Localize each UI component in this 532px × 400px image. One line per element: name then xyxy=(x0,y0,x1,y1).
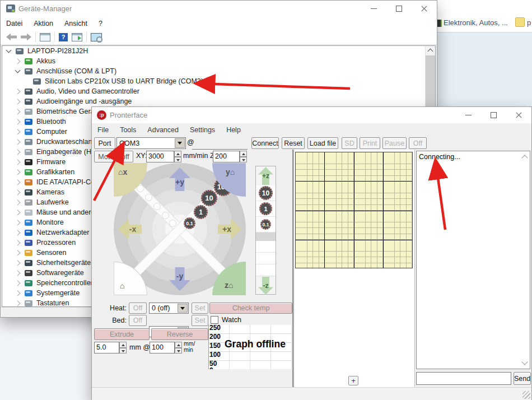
scroll-up-icon[interactable] xyxy=(521,155,528,161)
command-input[interactable] xyxy=(416,372,511,385)
chevron-icon[interactable] xyxy=(15,129,21,134)
heat-off-button[interactable]: Off xyxy=(129,303,147,314)
chevron-icon[interactable] xyxy=(15,58,21,64)
build-plate-grid[interactable] xyxy=(295,152,413,268)
port-select[interactable]: COM3 xyxy=(116,137,186,149)
check-temp-button[interactable]: Check temp xyxy=(209,303,292,314)
z-step-0.1-button[interactable]: 0.1 xyxy=(260,219,271,230)
extrude-length-input[interactable]: 5.0 xyxy=(94,342,119,354)
scan-devices-icon[interactable] xyxy=(91,33,102,41)
menu-help[interactable]: Help xyxy=(221,126,246,134)
bed-off-button[interactable]: Off xyxy=(129,315,147,326)
jog-step-10-button[interactable]: 10 xyxy=(201,190,217,206)
heat-set-button[interactable]: Set xyxy=(192,303,208,314)
z-step-1-button[interactable]: 1 xyxy=(259,202,272,215)
chevron-icon[interactable] xyxy=(15,169,21,175)
chevron-icon[interactable] xyxy=(15,280,21,286)
jog-minus-z-button[interactable]: -z xyxy=(256,276,276,295)
jog-step-0.1-button[interactable]: 0.1 xyxy=(184,217,195,229)
watch-checkbox[interactable] xyxy=(211,316,218,324)
z-feed-input[interactable]: 200 xyxy=(213,151,240,162)
chevron-icon[interactable] xyxy=(15,199,21,205)
chevron-icon[interactable] xyxy=(15,119,21,124)
chevron-icon[interactable] xyxy=(15,240,21,245)
chevron-icon[interactable] xyxy=(15,189,21,195)
chevron-icon[interactable] xyxy=(15,139,21,145)
bed-set-button[interactable]: Set xyxy=(192,315,208,326)
menu-hilfe[interactable]: ? xyxy=(93,20,108,27)
menu-settings[interactable]: Settings xyxy=(184,126,221,134)
menu-datei[interactable]: Datei xyxy=(1,20,28,27)
extrude-speed-input[interactable]: 100 xyxy=(150,342,175,354)
menu-aktion[interactable]: Aktion xyxy=(28,20,59,27)
reverse-button[interactable]: Reverse xyxy=(151,328,208,340)
update-driver-icon[interactable] xyxy=(72,33,82,41)
back-icon[interactable] xyxy=(6,34,17,41)
pronterface-titlebar[interactable]: Pronterface xyxy=(92,107,531,123)
print-button[interactable]: Print xyxy=(360,137,380,149)
device-tree-item[interactable]: LAPTOP-PI281J2H xyxy=(2,46,435,56)
off-button[interactable]: Off xyxy=(409,137,427,149)
minimize-icon[interactable] xyxy=(361,1,386,17)
help-icon[interactable]: ? xyxy=(59,33,68,41)
log-output[interactable]: Connecting... xyxy=(416,151,530,369)
device-tree-item[interactable]: Akkus xyxy=(2,56,435,66)
jog-step-1-button[interactable]: 1 xyxy=(194,205,208,219)
dropdown-arrow-icon[interactable] xyxy=(175,138,185,148)
chevron-icon[interactable] xyxy=(15,270,21,276)
menu-tools[interactable]: Tools xyxy=(114,126,142,134)
load-file-button[interactable]: Load file xyxy=(307,137,338,149)
chevron-icon[interactable] xyxy=(15,290,21,296)
xy-feed-input[interactable]: 3000 xyxy=(146,151,174,162)
chevron-icon[interactable] xyxy=(15,179,21,185)
resize-grip[interactable] xyxy=(522,391,530,399)
bookmark-folder-label[interactable]: Elektronik, Autos, ... xyxy=(444,18,508,27)
forward-icon[interactable] xyxy=(21,34,31,41)
menu-advanced[interactable]: Advanced xyxy=(142,126,184,134)
sd-button[interactable]: SD xyxy=(342,137,357,149)
chevron-icon[interactable] xyxy=(15,300,21,306)
chevron-icon[interactable] xyxy=(15,159,21,165)
reset-button[interactable]: Reset xyxy=(282,137,305,149)
jog-pad[interactable]: +y -y -x +x 100 10 1 0.1 ⌂x y⌂ ⌂ z⌂ xyxy=(114,163,246,295)
device-tree-item[interactable]: Audio, Video und Gamecontroller xyxy=(2,86,435,96)
chevron-icon[interactable] xyxy=(6,48,12,53)
device-manager-titlebar[interactable]: Geräte-Manager xyxy=(1,1,437,17)
scroll-up-icon[interactable] xyxy=(428,49,433,54)
port-button[interactable]: Port xyxy=(94,137,115,149)
close-icon[interactable] xyxy=(506,107,531,123)
add-view-button[interactable]: + xyxy=(348,376,358,385)
connect-button[interactable]: Connect xyxy=(251,137,279,149)
device-tree-item[interactable]: Anschlüsse (COM & LPT) xyxy=(2,66,435,76)
bookmark-partial-label[interactable]: p xyxy=(527,18,531,27)
pause-button[interactable]: Pause xyxy=(382,137,407,149)
z-slider-track[interactable] xyxy=(256,232,276,241)
heat-temp-select[interactable]: 0 (off) xyxy=(149,303,189,314)
chevron-icon[interactable] xyxy=(15,68,21,73)
extrude-length-stepper[interactable] xyxy=(119,342,127,354)
chevron-icon[interactable] xyxy=(15,250,21,255)
chevron-icon[interactable] xyxy=(15,89,21,94)
list-window-icon[interactable] xyxy=(40,33,50,41)
motors-off-button[interactable]: Motors off xyxy=(94,151,133,162)
xy-feed-stepper[interactable] xyxy=(174,151,181,162)
device-tree-item[interactable]: Audioeingänge und -ausgänge xyxy=(2,96,435,106)
z-feed-stepper[interactable] xyxy=(240,151,247,162)
z-step-10-button[interactable]: 10 xyxy=(259,186,273,200)
maximize-icon[interactable] xyxy=(481,107,506,123)
device-tree-item[interactable]: Silicon Labs CP210x USB to UART Bridge (… xyxy=(2,76,435,86)
dropdown-arrow-icon[interactable] xyxy=(178,304,188,313)
chevron-icon[interactable] xyxy=(15,220,21,225)
extrude-speed-stepper[interactable] xyxy=(175,342,182,354)
maximize-icon[interactable] xyxy=(386,1,412,17)
chevron-icon[interactable] xyxy=(15,149,21,155)
menu-file[interactable]: File xyxy=(92,126,114,134)
chevron-icon[interactable] xyxy=(15,109,21,114)
scroll-down-icon[interactable] xyxy=(521,359,528,365)
chevron-icon[interactable] xyxy=(15,230,21,235)
chevron-icon[interactable] xyxy=(25,80,28,83)
menu-ansicht[interactable]: Ansicht xyxy=(59,20,93,27)
close-icon[interactable] xyxy=(412,1,437,17)
chevron-icon[interactable] xyxy=(15,99,21,104)
jog-plus-z-button[interactable]: +z xyxy=(256,166,276,185)
